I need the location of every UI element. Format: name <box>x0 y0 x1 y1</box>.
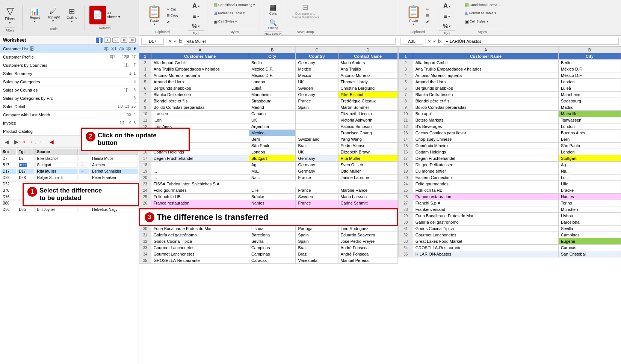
cancel-formula-button[interactable]: ✕ <box>168 39 172 44</box>
cell[interactable]: Germany <box>296 155 338 162</box>
cell[interactable]: France <box>296 187 338 194</box>
table-row[interactable]: 11 Botero Markets Tsawassen <box>399 117 621 123</box>
cell[interactable]: Elizabeth Brown <box>338 149 397 155</box>
cell[interactable]: Gourmet Lanchonetes <box>413 232 558 238</box>
cell[interactable]: Ana Trujillo <box>338 66 397 72</box>
cell[interactable]: London <box>249 79 295 85</box>
cell[interactable]: Galería del gastrónomo <box>151 232 249 238</box>
cell[interactable]: São Paulo <box>559 143 621 149</box>
ws-icon-2[interactable]: ≡ <box>104 38 111 43</box>
cell[interactable]: Blanka Delikatessen <box>151 92 249 98</box>
cell[interactable]: Campinas <box>559 232 621 238</box>
list-item[interactable]: Invoice 1|1 9 6 <box>0 119 139 127</box>
cell[interactable]: Bern <box>249 136 295 143</box>
table-row[interactable]: 2 Alfa Import GmbH Berlin Germany Maria … <box>139 60 398 66</box>
table-row[interactable]: 4 Antonio Moreno Taquería México D.F. <box>399 72 621 79</box>
col-b-header-r[interactable]: B <box>559 47 621 53</box>
formula-input-r[interactable] <box>443 38 619 45</box>
cell[interactable]: FISSA Fabrica Inter. Salchichas S.A. <box>151 181 397 187</box>
table-row[interactable]: 14 Chop-suey Chinese Bern <box>399 136 621 143</box>
table-row[interactable]: 4 Antonio Moreno Taquería México D.F. Me… <box>139 72 398 79</box>
table-row[interactable]: 13 Cactus Comidas para llevar Buenos Air… <box>399 130 621 136</box>
insert-function-button[interactable]: fx <box>179 39 182 44</box>
cell[interactable]: Around the Horn <box>413 79 558 85</box>
table-row[interactable]: 27 Franchi S.p.A Torino <box>399 200 621 206</box>
table-row[interactable]: 17 Degen Fruchtehandel Stuttgart <box>399 155 621 162</box>
list-item[interactable]: Sales Detail 1|013 25 <box>0 102 139 111</box>
cell[interactable]: Strasbourg <box>249 98 295 104</box>
cell[interactable]: City <box>559 53 621 60</box>
table-row[interactable]: 11 ...on UK Victoria Ashworth <box>139 117 398 123</box>
number-button[interactable]: % ▾ <box>190 22 201 30</box>
cell[interactable]: City <box>249 53 295 60</box>
list-item[interactable]: Sales by Categories by Prc 8 <box>0 94 139 102</box>
cell[interactable] <box>296 111 338 117</box>
cell[interactable]: Madrid <box>249 104 295 111</box>
cell[interactable]: Folk och fä HB <box>413 187 558 194</box>
paste-button-r[interactable]: 📋 Paste ▾ <box>404 3 423 27</box>
table-row[interactable]: 34 GROSELLA-Restaurante Caracas <box>399 245 621 251</box>
table-row[interactable]: 25 Folk och fä HB Bräcke <box>399 187 621 194</box>
filters-button[interactable]: ▽ Clipboard Filters ▾ <box>2 3 18 27</box>
format-painter-button[interactable]: 🖌 <box>165 19 180 24</box>
cell[interactable]: Lille <box>249 187 295 194</box>
cell[interactable]: Alfa Import GmbH <box>413 60 558 66</box>
cell[interactable]: Barcelona <box>559 219 621 226</box>
format-as-table-button[interactable]: ⊞ Format as Table ▾ <box>212 10 246 17</box>
cell[interactable]: Manuel Pereira <box>338 257 397 264</box>
table-row[interactable]: 15 Comércio Mineiro São Paulo <box>399 143 621 149</box>
cell[interactable]: Folk och fä HB <box>151 194 249 200</box>
cell[interactable]: Lille <box>559 181 621 187</box>
cell[interactable]: Elke Bischof <box>338 92 397 98</box>
table-row[interactable]: 29 Furia Bacalhau e Frutos do Mar Lisboa <box>399 213 621 219</box>
cell[interactable]: ...assen <box>151 111 249 117</box>
cell[interactable]: Martine Rancé <box>338 187 397 194</box>
cell[interactable]: San Cristobal <box>559 251 621 257</box>
table-row[interactable]: D17 D17 Rita Müller → Berndt Schneider <box>1 168 138 174</box>
alignment-button-r[interactable]: ≡ ▾ <box>442 12 451 21</box>
cell[interactable]: André Fonseca <box>338 251 397 257</box>
list-item[interactable]: Sales Summery 1 1 <box>0 69 139 78</box>
cell[interactable]: Luleå <box>249 85 295 92</box>
cell[interactable]: Franchi S.p.A <box>413 200 558 206</box>
cell[interactable]: Mu... <box>249 168 295 174</box>
number-button-r[interactable]: % ▾ <box>441 22 452 30</box>
cell[interactable]: Pedro Afonso <box>338 143 397 149</box>
format-painter-button-r[interactable]: 🖌 <box>425 19 431 24</box>
cell[interactable]: Spain <box>296 238 338 245</box>
cell[interactable]: Eastern Connection <box>413 174 558 181</box>
cell[interactable]: Blondel père et fils <box>413 98 558 104</box>
cell[interactable]: México D.F. <box>249 72 295 79</box>
cell[interactable]: Antonio Moreno Taquería <box>413 72 558 79</box>
cell[interactable]: Blanka Delikatessen <box>413 92 558 98</box>
cell[interactable]: Cottam Holdings <box>413 149 558 155</box>
ws-icon-1[interactable]: ▐ <box>96 38 103 43</box>
table-row[interactable]: 3 Ana Trujillo Emparedados y helados Méx… <box>139 66 398 72</box>
cell[interactable]: Argentina <box>249 123 295 130</box>
table-row[interactable]: 24 Folio gourmandes Lille France Martine… <box>139 187 398 194</box>
table-row[interactable]: 6 Berglunds snabbköp Luleå <box>399 85 621 92</box>
cell[interactable]: Godos Cocina Típica <box>413 226 558 232</box>
ws-icon-4[interactable]: ⊞ <box>121 38 127 43</box>
cell[interactable]: Dittgen Delikatessen <box>413 162 558 168</box>
cell[interactable]: Eugene <box>559 238 621 245</box>
editing-button[interactable]: 🔍 Editing <box>266 18 280 31</box>
ws-icon-3[interactable]: = <box>112 38 119 43</box>
cell[interactable]: Customer Name <box>151 53 249 60</box>
cell[interactable]: Otto Müller <box>338 168 397 174</box>
cell[interactable]: Carine Schmitt <box>338 200 397 206</box>
cell[interactable]: Blondel père et fils <box>151 98 249 104</box>
cell[interactable]: Cactus Comidas para llevar <box>413 130 558 136</box>
table-row[interactable]: 10 ...assen Canada Elizabeth Lincoln <box>139 111 398 117</box>
table-row[interactable]: 32 Godos Cocina Típica Sevilla Spain Jos… <box>139 238 398 245</box>
cell[interactable]: Campinas <box>249 245 295 251</box>
cell[interactable]: Berlin <box>559 60 621 66</box>
cell[interactable]: José Pedro Freyre <box>338 238 397 245</box>
cell[interactable]: Gourmet Lanchonetes <box>151 245 249 251</box>
table-row[interactable]: B17 B17 Stuttgart → Aachen <box>1 162 138 168</box>
font-button[interactable]: A ▾ <box>191 2 201 11</box>
cell[interactable]: Victoria Ashworth <box>338 117 397 123</box>
cell[interactable]: Bólido Comidas preparadas <box>151 104 249 111</box>
cell-styles-button[interactable]: ▣ Cell Styles ▾ <box>212 18 239 25</box>
cell[interactable]: Lisboa <box>559 213 621 219</box>
